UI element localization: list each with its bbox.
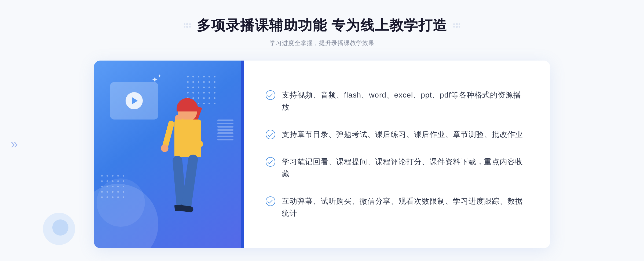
- figure-arm-left: [162, 120, 175, 150]
- check-mark-4: [268, 198, 273, 204]
- figure-illustration: [135, 93, 221, 248]
- title-decoration-left: [183, 23, 191, 28]
- svg-point-22: [208, 81, 210, 83]
- figure-hand-left: [160, 144, 169, 153]
- svg-point-27: [203, 87, 205, 88]
- svg-point-0: [184, 23, 185, 25]
- feature-text-4: 互动弹幕、试听购买、微信分享、观看次数限制、学习进度跟踪、数据统计: [282, 195, 529, 219]
- circle-deco-inner: [52, 219, 68, 236]
- left-arrow-decoration: »: [11, 136, 18, 151]
- svg-point-26: [198, 87, 199, 88]
- svg-point-2: [189, 23, 191, 25]
- check-icon-4: [266, 196, 275, 206]
- content-card: ✦ ✦: [94, 61, 550, 248]
- sparkle-icon-1: ✦: [152, 75, 158, 84]
- check-icon-3: [266, 157, 275, 167]
- check-icon-2: [266, 130, 275, 139]
- check-mark-3: [268, 159, 273, 164]
- check-mark-2: [268, 132, 273, 137]
- svg-point-24: [187, 87, 189, 88]
- page-container: 多项录播课辅助功能 专为线上教学打造 学习进度全掌握，提升录播课教学效果: [0, 0, 644, 261]
- svg-point-9: [453, 26, 455, 28]
- svg-point-8: [459, 23, 460, 25]
- blue-accent-bar: [241, 61, 244, 248]
- feature-item-3: 学习笔记回看、课程提问、课程评论打分、课件资料下载，重点内容收藏: [266, 153, 529, 183]
- svg-point-25: [192, 87, 194, 88]
- title-decoration-right: [453, 23, 461, 28]
- svg-point-23: [214, 81, 215, 83]
- figure-torso: [174, 120, 201, 157]
- svg-point-4: [186, 26, 188, 28]
- feature-text-1: 支持视频、音频、flash、word、excel、ppt、pdf等各种格式的资源…: [282, 89, 529, 113]
- svg-point-28: [208, 87, 210, 88]
- feature-text-2: 支持章节目录、弹题考试、课后练习、课后作业、章节测验、批改作业: [282, 129, 523, 141]
- svg-point-5: [189, 26, 191, 28]
- svg-point-50: [112, 175, 114, 177]
- feature-item-2: 支持章节目录、弹题考试、课后练习、课后作业、章节测验、批改作业: [266, 126, 529, 143]
- check-mark-1: [268, 92, 273, 98]
- feature-item-4: 互动弹幕、试听购买、微信分享、观看次数限制、学习进度跟踪、数据统计: [266, 193, 529, 222]
- svg-point-29: [214, 87, 215, 88]
- svg-point-53: [101, 180, 103, 182]
- figure-shoe-right: [180, 205, 194, 213]
- svg-point-54: [107, 180, 108, 182]
- main-title: 多项录播课辅助功能 专为线上教学打造: [197, 16, 447, 35]
- svg-point-13: [192, 76, 194, 77]
- svg-point-51: [117, 175, 119, 177]
- svg-point-1: [186, 23, 188, 25]
- svg-point-7: [456, 23, 458, 25]
- svg-point-49: [107, 175, 108, 177]
- svg-point-16: [208, 76, 210, 77]
- svg-point-21: [203, 81, 205, 83]
- features-area: 支持视频、音频、flash、word、excel、ppt、pdf等各种格式的资源…: [244, 61, 550, 248]
- svg-point-18: [187, 81, 189, 83]
- svg-point-6: [453, 23, 455, 25]
- svg-point-14: [198, 76, 199, 77]
- svg-point-20: [198, 81, 199, 83]
- sparkle-icon-2: ✦: [158, 73, 161, 79]
- svg-point-3: [184, 26, 185, 28]
- svg-point-19: [192, 81, 194, 83]
- svg-point-11: [459, 26, 460, 28]
- sub-title: 学习进度全掌握，提升录播课教学效果: [270, 39, 375, 47]
- svg-point-10: [456, 26, 458, 28]
- svg-point-15: [203, 76, 205, 77]
- check-icon-1: [266, 90, 275, 100]
- title-section: 多项录播课辅助功能 专为线上教学打造: [183, 16, 461, 35]
- svg-point-12: [187, 76, 189, 77]
- feature-text-3: 学习笔记回看、课程提问、课程评论打分、课件资料下载，重点内容收藏: [282, 156, 529, 180]
- illustration-area: ✦ ✦: [94, 61, 244, 248]
- svg-point-52: [123, 175, 124, 177]
- svg-point-48: [101, 175, 103, 177]
- figure-hair: [177, 98, 198, 111]
- svg-point-17: [214, 76, 215, 77]
- feature-item-1: 支持视频、音频、flash、word、excel、ppt、pdf等各种格式的资源…: [266, 87, 529, 116]
